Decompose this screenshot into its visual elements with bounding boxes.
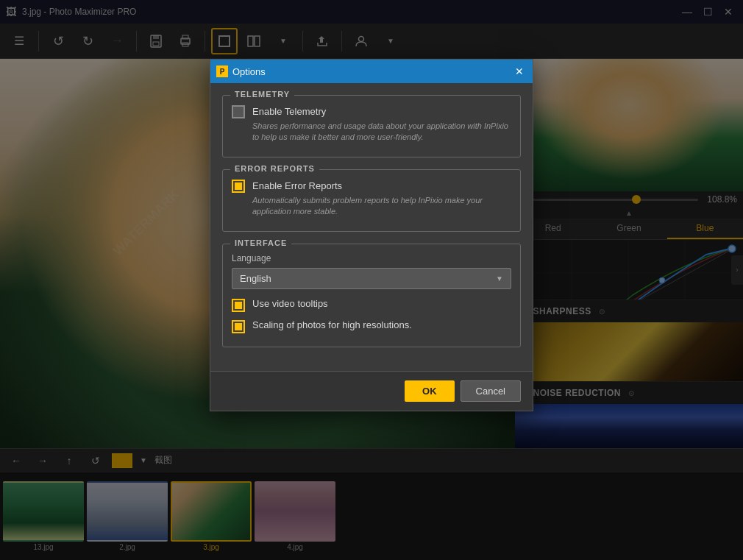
modal-app-icon: P [216, 65, 228, 77]
ok-button[interactable]: OK [405, 380, 455, 402]
telemetry-desc: Shares performance and usage data about … [252, 121, 511, 143]
scaling-checkbox[interactable] [232, 320, 245, 333]
error-reports-label: Enable Error Reports [252, 180, 342, 191]
options-dialog: P Options ✕ TELEMETRY Enable Telemetry S… [210, 59, 533, 411]
cancel-button[interactable]: Cancel [461, 380, 521, 402]
video-tooltips-check [235, 302, 242, 309]
telemetry-label: Enable Telemetry [252, 106, 326, 117]
language-label: Language [232, 253, 511, 263]
telemetry-checkbox-row: Enable Telemetry Shares performance and … [232, 104, 511, 143]
telemetry-checkbox[interactable] [232, 105, 245, 118]
error-reports-section: ERROR REPORTS Enable Error Reports Autom… [222, 169, 521, 232]
telemetry-section: TELEMETRY Enable Telemetry Shares perfor… [222, 95, 521, 157]
language-dropdown-arrow: ▼ [496, 274, 503, 283]
video-tooltips-checkbox[interactable] [232, 299, 245, 312]
video-tooltips-row: Use video tooltips [232, 298, 511, 312]
error-reports-desc: Automatically submits problem reports to… [252, 195, 511, 218]
modal-title: Options [232, 66, 266, 77]
modal-footer: OK Cancel [210, 371, 533, 411]
scaling-label: Scaling of photos for high resolutions. [252, 319, 412, 330]
language-value: English [240, 273, 271, 284]
interface-title: INTERFACE [230, 238, 291, 247]
modal-titlebar: P Options ✕ [210, 60, 533, 83]
telemetry-title: TELEMETRY [230, 90, 294, 99]
error-reports-title: ERROR REPORTS [230, 164, 319, 173]
modal-overlay: P Options ✕ TELEMETRY Enable Telemetry S… [0, 0, 743, 560]
video-tooltips-label: Use video tooltips [252, 298, 328, 309]
interface-section: INTERFACE Language English ▼ Use video t… [222, 244, 521, 347]
modal-body: TELEMETRY Enable Telemetry Shares perfor… [210, 83, 533, 371]
error-reports-checkbox[interactable] [232, 180, 245, 193]
language-select[interactable]: English ▼ [232, 268, 511, 289]
scaling-check [235, 323, 242, 330]
scaling-row: Scaling of photos for high resolutions. [232, 319, 511, 333]
modal-close-button[interactable]: ✕ [512, 64, 527, 79]
checkbox-check [235, 182, 242, 190]
error-reports-checkbox-row: Enable Error Reports Automatically submi… [232, 179, 511, 218]
